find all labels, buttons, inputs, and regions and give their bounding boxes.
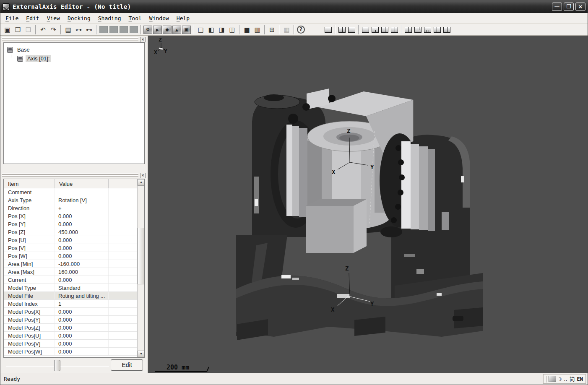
property-row-model-file[interactable]: Model FileRoting and tilting ... <box>4 292 137 300</box>
tree-panel-close-icon[interactable]: × <box>140 37 146 42</box>
property-row-current[interactable]: Current0.000 <box>4 276 137 284</box>
property-value-cell[interactable]: 0.000 <box>55 340 109 347</box>
property-value-cell[interactable]: 450.000 <box>55 228 109 236</box>
layout-bottom-split-icon[interactable] <box>372 27 379 33</box>
unlink-axis-icon[interactable]: ⊷ <box>84 25 94 34</box>
property-value-cell[interactable]: 0.000 <box>55 316 109 323</box>
robot-setup-icon[interactable]: ▲ <box>172 26 181 34</box>
property-row-pos-w[interactable]: Pos [W]0.000 <box>4 252 137 260</box>
render-image-icon[interactable]: ▥ <box>252 25 262 34</box>
layout-left-split-icon[interactable] <box>381 27 388 33</box>
property-row-pos-y[interactable]: Pos [Y]0.000 <box>4 220 137 228</box>
ime-simplified-indicator[interactable]: 简 <box>570 375 575 383</box>
property-table-scrollbar[interactable]: ▲ ▼ <box>137 179 144 357</box>
edit-button[interactable]: Edit <box>111 359 143 371</box>
property-panel-close-icon[interactable]: × <box>140 173 146 178</box>
property-row-model-pos-u[interactable]: Model Pos[U]0.000 <box>4 332 137 340</box>
property-value-cell[interactable]: 160.000 <box>55 268 109 276</box>
import-model-icon[interactable]: ▤ <box>63 25 73 34</box>
layout-right-split-icon[interactable] <box>391 27 398 33</box>
property-row-pos-v[interactable]: Pos [V]0.000 <box>4 244 137 252</box>
axis-slider-thumb[interactable] <box>54 360 60 371</box>
property-row-axis-type[interactable]: Axis TypeRotation [V] <box>4 196 137 204</box>
property-row-area-min[interactable]: Area [Min]-160.000 <box>4 260 137 268</box>
property-value-cell[interactable]: 0.000 <box>55 348 109 355</box>
help-icon[interactable]: ? <box>297 26 305 34</box>
tree-item-base[interactable]: Base <box>4 45 144 54</box>
property-value-cell[interactable]: 0.000 <box>55 252 109 260</box>
property-value-cell[interactable]: 0.000 <box>55 244 109 252</box>
layout-two-vertical-icon[interactable] <box>338 27 346 33</box>
property-value-cell[interactable]: 0.000 <box>55 220 109 228</box>
property-value-cell[interactable]: 0.000 <box>55 276 109 284</box>
property-row-model-index[interactable]: Model Index1 <box>4 300 137 308</box>
viewport-3d[interactable]: Z X Y Z X Y Z <box>148 36 588 374</box>
property-value-cell[interactable]: 0.000 <box>55 308 109 315</box>
property-row-pos-x[interactable]: Pos [X]0.000 <box>4 212 137 220</box>
property-value-cell[interactable] <box>55 188 109 196</box>
layout-top-split-icon[interactable] <box>362 27 369 33</box>
menu-tool[interactable]: Tool <box>125 14 146 23</box>
link-axis-icon[interactable]: ⊶ <box>74 25 83 34</box>
close-button[interactable]: × <box>575 3 585 11</box>
robot-move-icon[interactable]: ◆ <box>163 26 172 34</box>
menu-view[interactable]: View <box>43 14 64 23</box>
property-row-area-max[interactable]: Area [Max]160.000 <box>4 268 137 276</box>
property-value-cell[interactable]: Roting and tilting ... <box>55 292 109 299</box>
property-row-model-pos-w[interactable]: Model Pos[W]0.000 <box>4 348 137 356</box>
property-value-cell[interactable]: -160.000 <box>55 260 109 268</box>
property-row-pos-u[interactable]: Pos [U]0.000 <box>4 236 137 244</box>
property-value-cell[interactable]: 0.000 <box>55 332 109 339</box>
property-value-cell[interactable]: 0.000 <box>55 236 109 244</box>
minimize-button[interactable]: — <box>552 3 562 11</box>
property-row-model-pos-v[interactable]: Model Pos[V]0.000 <box>4 340 137 348</box>
copy-icon[interactable]: ❐ <box>13 25 23 34</box>
menu-shading[interactable]: Shading <box>94 14 125 23</box>
property-row-model-pos-x[interactable]: Model Pos[X]0.000 <box>4 308 137 316</box>
menu-file[interactable]: File <box>2 14 22 23</box>
property-value-cell[interactable]: + <box>55 204 109 212</box>
property-panel-gripper[interactable] <box>2 173 138 177</box>
solid-shading-icon[interactable]: ■ <box>242 25 252 34</box>
undo-icon[interactable]: ↶ <box>38 25 48 34</box>
property-row-comment[interactable]: Comment <box>4 188 137 196</box>
property-value-cell[interactable]: Rotation [V] <box>55 196 109 204</box>
ime-language-indicator[interactable]: EN <box>577 376 583 382</box>
property-row-direction[interactable]: Direction+ <box>4 204 137 212</box>
layout-single-icon[interactable] <box>325 27 332 33</box>
scroll-up-icon[interactable]: ▲ <box>138 179 145 186</box>
moon-icon[interactable]: ☽ <box>558 376 562 382</box>
restore-button[interactable]: ❐ <box>564 3 574 11</box>
tree-panel-gripper[interactable] <box>2 37 138 41</box>
menu-help[interactable]: Help <box>173 14 193 23</box>
save-icon[interactable]: ▣ <box>3 25 12 34</box>
property-row-pos-z[interactable]: Pos [Z]450.000 <box>4 228 137 236</box>
ime-dots-icon[interactable]: ‥ <box>564 376 567 382</box>
property-row-model-type[interactable]: Model TypeStandard <box>4 284 137 292</box>
keyboard-icon[interactable] <box>549 376 556 382</box>
axis-tree[interactable]: BaseAxis [01]: <box>3 42 145 164</box>
axis-jog-icon[interactable]: ⚙ <box>143 26 152 34</box>
tree-item-axis-01[interactable]: Axis [01]: <box>4 54 144 63</box>
column-header-value[interactable]: Value <box>55 179 109 188</box>
property-value-cell[interactable]: Standard <box>55 284 109 291</box>
layout-two-horizontal-icon[interactable] <box>348 27 355 33</box>
model-tree-icon[interactable]: ⊞ <box>267 25 277 34</box>
menu-edit[interactable]: Edit <box>22 14 43 23</box>
property-row-model-pos-z[interactable]: Model Pos[Z]0.000 <box>4 324 137 332</box>
column-header-item[interactable]: Item <box>4 179 55 188</box>
menu-window[interactable]: Window <box>146 14 173 23</box>
flat-shading-icon[interactable]: ◧ <box>206 25 216 34</box>
wireframe-icon[interactable]: □ <box>196 25 206 34</box>
layout-two-right-icon[interactable] <box>443 27 450 33</box>
property-value-cell[interactable]: 0.000 <box>55 324 109 331</box>
robot-model-icon[interactable]: ► <box>153 26 162 34</box>
layout-two-left-icon[interactable] <box>434 27 441 33</box>
transparent-icon[interactable]: ◫ <box>227 25 237 34</box>
scroll-down-icon[interactable]: ▼ <box>138 351 145 357</box>
layout-three-top-icon[interactable] <box>414 27 421 33</box>
scrollbar-thumb[interactable] <box>138 228 145 284</box>
column-header-extra[interactable] <box>109 179 137 188</box>
property-value-cell[interactable]: 1 <box>55 300 109 307</box>
redo-icon[interactable]: ↷ <box>49 25 58 34</box>
